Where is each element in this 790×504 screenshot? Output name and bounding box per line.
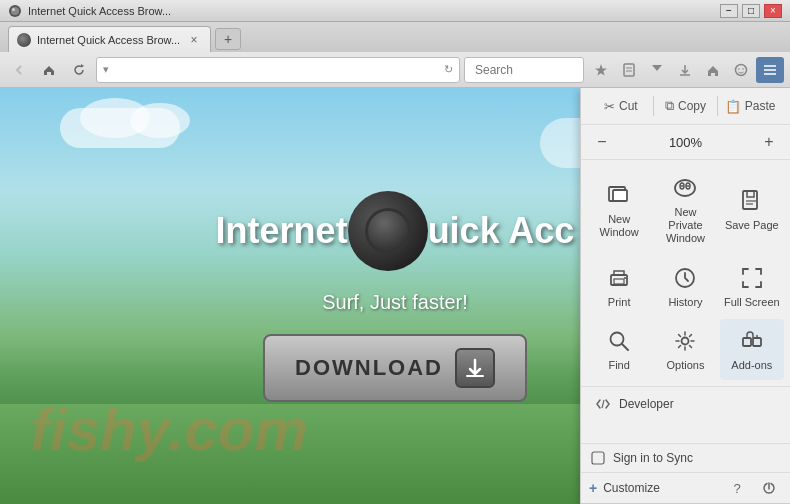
svg-point-9 (736, 64, 747, 75)
ccp-row: ✂ Cut ⧉ Copy 📋 Paste (581, 88, 790, 125)
power-button[interactable] (756, 477, 782, 499)
menu-item-print[interactable]: Print (587, 256, 651, 317)
zoom-row: − 100% + (581, 125, 790, 160)
menu-item-find[interactable]: Find (587, 319, 651, 380)
customize-plus-icon: + (589, 480, 597, 496)
browser-favicon (8, 4, 22, 18)
address-dropdown-icon: ▾ (103, 63, 109, 76)
sign-in-icon (589, 449, 607, 467)
address-input[interactable] (113, 63, 440, 77)
hamburger-icon (763, 65, 777, 75)
svg-rect-34 (753, 338, 761, 346)
page-title-left: Internet (216, 210, 348, 252)
tab-bar: Internet Quick Access Brow... × + (0, 22, 790, 52)
minimize-button[interactable]: − (720, 4, 738, 18)
svg-point-11 (742, 68, 744, 70)
page-logo (348, 191, 428, 271)
page-title-right: uick Acc (428, 210, 575, 252)
download-toolbar-icon[interactable] (672, 57, 698, 83)
developer-label: Developer (619, 397, 674, 411)
menu-item-save-page[interactable]: Save Page (720, 166, 784, 254)
paste-button[interactable]: 📋 Paste (718, 95, 782, 118)
private-window-icon (671, 174, 699, 202)
print-icon (605, 264, 633, 292)
zoom-out-button[interactable]: − (589, 129, 615, 155)
svg-point-21 (681, 185, 683, 187)
developer-icon (595, 396, 611, 412)
customize-label[interactable]: Customize (603, 481, 660, 495)
svg-point-2 (12, 8, 15, 11)
active-tab[interactable]: Internet Quick Access Brow... × (8, 26, 211, 52)
bookmark-star-icon[interactable] (588, 57, 614, 83)
svg-rect-17 (613, 190, 627, 201)
save-page-icon (738, 187, 766, 215)
home-icon (42, 63, 56, 77)
pocket-icon[interactable] (644, 57, 670, 83)
back-button[interactable] (6, 57, 32, 83)
customize-actions: ? (724, 477, 782, 499)
svg-rect-27 (614, 279, 624, 284)
new-window-icon (605, 181, 633, 209)
home-button[interactable] (36, 57, 62, 83)
reading-list-icon[interactable] (616, 57, 642, 83)
paste-label: Paste (745, 99, 776, 113)
customize-row: + Customize ? (581, 472, 790, 503)
menu-item-history-label: History (668, 296, 702, 309)
zoom-level: 100% (619, 135, 752, 150)
download-arrow-icon (455, 348, 495, 388)
svg-point-22 (687, 185, 689, 187)
cut-label: Cut (619, 99, 638, 113)
svg-point-28 (624, 277, 626, 279)
window-title: Internet Quick Access Brow... (28, 5, 171, 17)
find-icon (605, 327, 633, 355)
copy-button[interactable]: ⧉ Copy (654, 94, 718, 118)
sign-in-label[interactable]: Sign in to Sync (613, 451, 693, 465)
options-icon (671, 327, 699, 355)
home-toolbar-icon[interactable] (700, 57, 726, 83)
dropdown-menu: ✂ Cut ⧉ Copy 📋 Paste − 100% + (580, 88, 790, 504)
menu-item-history[interactable]: History (653, 256, 717, 317)
menu-item-save-page-label: Save Page (725, 219, 779, 232)
svg-line-35 (602, 400, 604, 408)
customize-left: + Customize (589, 480, 660, 496)
help-button[interactable]: ? (724, 477, 750, 499)
page-subtitle: Surf, Just faster! (322, 291, 468, 314)
search-bar[interactable] (464, 57, 584, 83)
menu-grid: New Window New Private Window Save Page (581, 160, 790, 387)
svg-point-1 (11, 7, 19, 15)
close-button[interactable]: × (764, 4, 782, 18)
address-refresh-icon: ↻ (444, 63, 453, 76)
developer-item[interactable]: Developer (589, 391, 782, 417)
menu-item-new-window[interactable]: New Window (587, 166, 651, 254)
menu-item-add-ons[interactable]: Add-ons (720, 319, 784, 380)
toolbar-icons (588, 57, 784, 83)
copy-label: Copy (678, 99, 706, 113)
menu-item-full-screen[interactable]: Full Screen (720, 256, 784, 317)
main-content: fishy.com Internet uick Acc Surf, Just f… (0, 88, 790, 504)
menu-item-add-ons-label: Add-ons (731, 359, 772, 372)
download-button[interactable]: DOWNLOAD (263, 334, 527, 402)
download-label: DOWNLOAD (295, 355, 443, 381)
menu-item-find-label: Find (608, 359, 629, 372)
svg-rect-33 (743, 338, 751, 346)
cut-icon: ✂ (604, 99, 615, 114)
back-icon (13, 64, 25, 76)
tab-close-button[interactable]: × (186, 32, 202, 48)
menu-item-new-private-window[interactable]: New Private Window (653, 166, 717, 254)
new-tab-button[interactable]: + (215, 28, 241, 50)
refresh-button[interactable] (66, 57, 92, 83)
cut-button[interactable]: ✂ Cut (589, 95, 653, 118)
svg-rect-5 (624, 64, 634, 76)
tab-favicon (17, 33, 31, 47)
copy-icon: ⧉ (665, 98, 674, 114)
menu-footer: Sign in to Sync (581, 443, 790, 472)
smiley-icon[interactable] (728, 57, 754, 83)
maximize-button[interactable]: □ (742, 4, 760, 18)
svg-line-31 (622, 344, 628, 350)
address-bar[interactable]: ▾ ↻ (96, 57, 460, 83)
svg-point-18 (675, 180, 695, 196)
menu-item-options-label: Options (667, 359, 705, 372)
hamburger-menu-button[interactable] (756, 57, 784, 83)
zoom-in-button[interactable]: + (756, 129, 782, 155)
menu-item-options[interactable]: Options (653, 319, 717, 380)
